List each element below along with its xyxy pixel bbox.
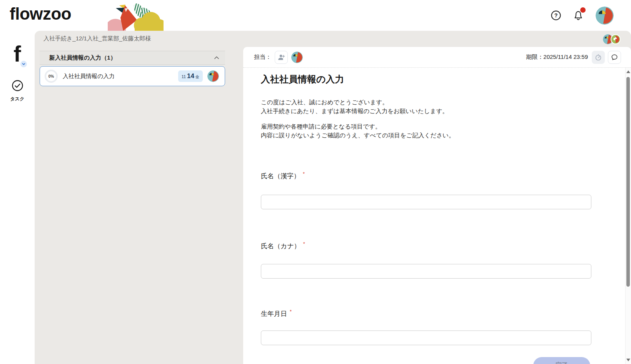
name-kanji-input[interactable] xyxy=(261,195,591,209)
flowzoo-logo: flowzoo xyxy=(10,4,71,23)
scrollbar[interactable] xyxy=(625,68,631,364)
task-assignee-avatar xyxy=(207,70,219,82)
field-label-name-kana: 氏名（カナ）* xyxy=(261,242,305,250)
chevron-up-icon[interactable] xyxy=(213,55,220,60)
check-circle-icon xyxy=(12,80,23,92)
help-button[interactable]: ? xyxy=(551,10,561,20)
scrollbar-thumb[interactable] xyxy=(626,77,630,287)
workflow-breadcrumb: 入社手続き_12/1入社_営業部_佐藤太郎様 xyxy=(43,35,151,42)
task-card[interactable]: 0% 入社社員情報の入力 11 14 金 xyxy=(40,66,225,86)
workflow-members xyxy=(603,34,621,44)
due-month: 11 xyxy=(182,74,186,79)
intro-paragraph-1: この度はご入社、誠におめでとうございます。 入社手続きにあたり、まずは基本情報の… xyxy=(261,98,448,115)
due-weekday: 金 xyxy=(195,74,199,80)
notifications-button[interactable] xyxy=(573,10,584,21)
timer-icon xyxy=(594,53,602,61)
task-detail-pane: 担当： 期限：2025/11/14 23:59 xyxy=(243,47,631,364)
add-assignee-button[interactable] xyxy=(275,51,288,64)
scrollbar-up-arrow[interactable] xyxy=(626,70,630,73)
required-marker: * xyxy=(303,171,305,177)
zoo-illustration xyxy=(108,2,164,31)
member-avatar-horse[interactable] xyxy=(611,34,621,44)
comment-icon xyxy=(610,53,619,62)
task-card-title: 入社社員情報の入力 xyxy=(63,73,178,80)
due-day: 14 xyxy=(187,72,194,80)
user-avatar[interactable] xyxy=(596,7,614,25)
notification-dot xyxy=(580,7,586,13)
chevron-down-icon[interactable] xyxy=(20,61,27,67)
help-icon: ? xyxy=(551,10,561,20)
task-progress-ring: 0% xyxy=(45,70,58,83)
timer-button[interactable] xyxy=(592,51,605,64)
assignee-label: 担当： xyxy=(254,53,271,61)
left-sidebar: f タスク xyxy=(0,31,35,364)
task-progress-value: 0% xyxy=(48,74,54,78)
field-label-name-kanji: 氏名（漢字）* xyxy=(261,172,305,180)
svg-text:?: ? xyxy=(554,12,558,18)
assignee-avatar[interactable] xyxy=(291,52,303,63)
deadline-label: 期限：2025/11/14 23:59 xyxy=(526,53,588,61)
complete-button[interactable]: 完了 xyxy=(533,357,590,364)
birthdate-input[interactable] xyxy=(261,331,591,345)
assignee-bar: 担当： 期限：2025/11/14 23:59 xyxy=(243,47,631,68)
intro-paragraph-2: 雇用契約や各種申請に必要となる項目です。 内容に誤りがないようご確認のうえ、すべ… xyxy=(261,122,455,140)
workspace-panel: 入社手続き_12/1入社_営業部_佐藤太郎様 新入社員情報の入力（1） 0% 入… xyxy=(35,31,631,364)
field-label-birthdate: 生年月日* xyxy=(261,309,292,318)
name-kana-input[interactable] xyxy=(261,264,591,279)
sidebar-item-tasks[interactable]: タスク xyxy=(0,80,35,102)
flowzoo-mark-icon[interactable]: f xyxy=(0,42,35,65)
scrollbar-down-arrow[interactable] xyxy=(626,359,630,361)
due-date-badge: 11 14 金 xyxy=(178,70,203,82)
comment-button[interactable] xyxy=(608,51,621,64)
task-group-header[interactable]: 新入社員情報の入力（1） xyxy=(40,51,225,65)
sidebar-item-tasks-label: タスク xyxy=(0,96,35,102)
person-add-icon xyxy=(277,53,285,62)
required-marker: * xyxy=(290,309,292,314)
app-header: flowzoo ? xyxy=(0,0,631,31)
task-group-title: 新入社員情報の入力（1） xyxy=(49,54,213,62)
required-marker: * xyxy=(303,241,305,247)
form-title: 入社社員情報の入力 xyxy=(261,73,344,85)
